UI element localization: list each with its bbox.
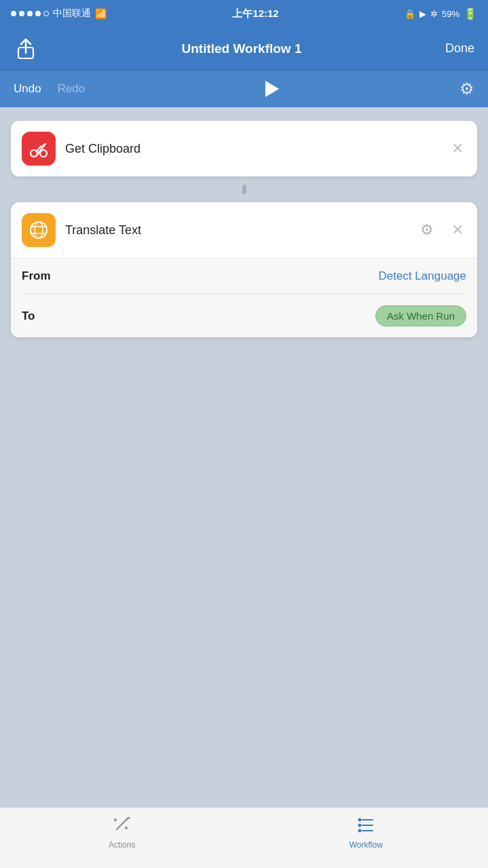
toolbar-left: Undo Redo <box>14 82 85 96</box>
wifi-icon: 📶 <box>95 8 107 19</box>
svg-point-7 <box>35 222 43 238</box>
translate-text-card: Translate Text ⚙ ✕ From Detect Language … <box>11 202 477 337</box>
from-label: From <box>22 269 51 283</box>
status-left: 中国联通 📶 <box>11 7 107 20</box>
svg-point-2 <box>40 150 47 157</box>
get-clipboard-icon <box>22 132 56 166</box>
battery-label: 59% <box>442 9 459 19</box>
workflow-title: Untitled Workflow 1 <box>181 41 301 56</box>
dot-2 <box>19 11 24 16</box>
svg-point-20 <box>358 824 362 827</box>
translate-text-body: From Detect Language To Ask When Run <box>11 258 477 337</box>
tab-bar: Actions Workflow <box>0 807 488 868</box>
play-button[interactable] <box>265 81 279 97</box>
signal-dots <box>11 11 49 16</box>
status-bar: 中国联通 📶 上午12:12 🔒 ▶ ✲ 59% 🔋 <box>0 0 488 27</box>
dot-3 <box>27 11 33 16</box>
redo-button[interactable]: Redo <box>58 82 86 96</box>
svg-point-18 <box>358 818 362 822</box>
battery-icon: 🔋 <box>464 7 477 20</box>
status-time: 上午12:12 <box>232 7 278 20</box>
status-right: 🔒 ▶ ✲ 59% 🔋 <box>405 7 477 20</box>
svg-point-22 <box>358 829 362 833</box>
location-icon: ▶ <box>419 9 426 19</box>
get-clipboard-close-button[interactable]: ✕ <box>449 138 466 159</box>
translate-to-row: To Ask When Run <box>22 294 466 337</box>
actions-tab-icon <box>113 814 132 837</box>
svg-point-6 <box>31 222 47 238</box>
dot-4 <box>35 11 41 16</box>
toolbar: Undo Redo ⚙ <box>0 71 488 107</box>
dot-5 <box>43 11 49 16</box>
settings-icon[interactable]: ⚙ <box>459 79 474 98</box>
tab-actions[interactable]: Actions <box>0 814 244 850</box>
dot-1 <box>11 11 16 16</box>
share-button[interactable] <box>14 37 38 61</box>
translate-text-icon <box>22 213 56 247</box>
translate-gear-icon[interactable]: ⚙ <box>420 221 434 239</box>
get-clipboard-card: Get Clipboard ✕ <box>11 121 477 176</box>
done-button[interactable]: Done <box>445 37 474 60</box>
bluetooth-icon: ✲ <box>430 9 438 19</box>
detect-language-button[interactable]: Detect Language <box>379 269 467 283</box>
undo-button[interactable]: Undo <box>14 82 41 96</box>
workflow-tab-label: Workflow <box>350 840 383 850</box>
actions-tab-label: Actions <box>109 840 135 850</box>
to-label: To <box>22 309 35 323</box>
get-clipboard-title: Get Clipboard <box>65 142 439 156</box>
main-content: Get Clipboard ✕ Translate Text ⚙ ✕ From <box>0 107 488 351</box>
card-connector <box>242 185 246 194</box>
svg-line-11 <box>126 818 128 820</box>
ask-when-run-button[interactable]: Ask When Run <box>375 305 466 326</box>
translate-text-header: Translate Text ⚙ ✕ <box>11 202 477 258</box>
translate-text-close-button[interactable]: ✕ <box>449 220 466 240</box>
tab-workflow[interactable]: Workflow <box>244 814 489 850</box>
lock-icon: 🔒 <box>405 9 415 19</box>
translate-text-title: Translate Text <box>65 223 411 238</box>
nav-bar: Untitled Workflow 1 Done <box>0 27 488 71</box>
get-clipboard-header: Get Clipboard ✕ <box>11 121 477 176</box>
translate-from-row: From Detect Language <box>22 259 466 294</box>
carrier-label: 中国联通 <box>53 7 91 20</box>
workflow-tab-icon <box>356 814 375 837</box>
